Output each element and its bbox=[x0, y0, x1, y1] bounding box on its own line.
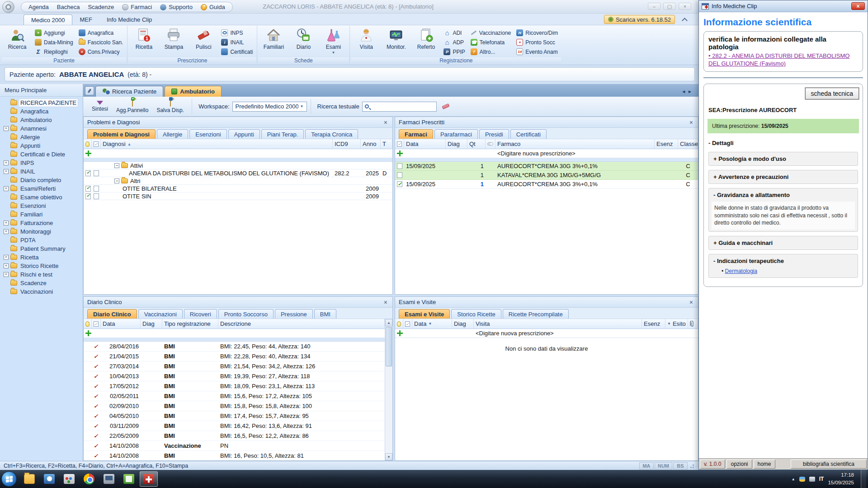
col-esenz[interactable]: Esenz bbox=[642, 319, 665, 328]
workspace-select[interactable]: Predefinito Medico 2000 ▼ bbox=[232, 102, 307, 112]
panel-tab[interactable]: Farmaci bbox=[399, 129, 433, 139]
note-checked-icon[interactable] bbox=[85, 193, 91, 199]
sidebar-item[interactable]: + Familiari bbox=[0, 210, 83, 219]
col-anno[interactable]: Anno bbox=[361, 139, 381, 149]
panel-tab[interactable]: Parafarmaci bbox=[434, 129, 478, 139]
diary-row[interactable]: ✓ 14/10/2008 Vaccinazione PN bbox=[84, 441, 385, 451]
tray-network-icon[interactable] bbox=[809, 477, 815, 482]
expand-icon[interactable]: + bbox=[4, 221, 9, 225]
diagnosis-group-row[interactable]: −Attivi bbox=[84, 162, 392, 169]
inps-button[interactable]: INPS bbox=[220, 29, 254, 37]
new-exam-row[interactable]: <Digitare nuova prescrizione> bbox=[395, 329, 698, 338]
taskbar-medico2000-icon[interactable] bbox=[140, 471, 158, 487]
diary-row[interactable]: ✓ 14/10/2008 BMI BMI: 16, Peso: 10,5, Al… bbox=[84, 451, 385, 461]
tab-ambulatorio[interactable]: Ambulatorio bbox=[165, 86, 222, 97]
panel-tab[interactable]: Allergie bbox=[157, 129, 188, 139]
sidebar-item[interactable]: + Rischi e test bbox=[0, 270, 83, 279]
data-mining-button[interactable]: Data-Mining bbox=[33, 38, 75, 46]
collapse-icon[interactable]: − bbox=[114, 178, 119, 183]
taskbar-chrome-icon[interactable] bbox=[80, 471, 98, 487]
sidebar-item[interactable]: + Patient Summary bbox=[0, 244, 83, 253]
col-descrizione[interactable]: Descrizione bbox=[218, 319, 385, 328]
sidebar-item[interactable]: + Esame obiettivo bbox=[0, 193, 83, 202]
stampa-button[interactable]: Stampa bbox=[160, 27, 187, 57]
add-icon[interactable] bbox=[397, 330, 403, 336]
sidebar-item[interactable]: + RICERCA PAZIENTE bbox=[0, 99, 83, 107]
diagnosis-group-row[interactable]: −Altri bbox=[84, 177, 392, 185]
altro-button[interactable]: ?Altro... bbox=[469, 48, 513, 56]
sidebar-item[interactable]: + Anamnesi bbox=[0, 124, 83, 133]
familiari-button[interactable]: Familiari bbox=[260, 27, 287, 57]
ppip-button[interactable]: PPPIP bbox=[442, 48, 466, 56]
section-indicazioni[interactable]: - Indicazioni terapeutiche • Dermatologi… bbox=[708, 254, 858, 278]
sidebar-item[interactable]: + Storico Ricette bbox=[0, 262, 83, 270]
panel-tab[interactable]: Vaccinazioni bbox=[138, 309, 183, 319]
ribbon-tab[interactable]: Info Mediche Clip bbox=[99, 14, 159, 25]
diagnosis-row[interactable]: OTITE BILATERALE 2009 bbox=[84, 185, 392, 192]
panel-tab[interactable]: Pressione bbox=[275, 309, 313, 319]
checkbox-header-icon[interactable]: ✓ bbox=[397, 141, 402, 147]
col-diag[interactable]: Diag bbox=[446, 139, 467, 149]
dermatologia-link[interactable]: Dermatologia bbox=[725, 268, 757, 274]
telefonata-button[interactable]: ☎Telefonata bbox=[469, 38, 513, 46]
taskbar-explorer-icon[interactable] bbox=[20, 471, 38, 487]
evento-anam-button[interactable]: 14Evento Anam bbox=[515, 48, 559, 56]
agg-pannello-button[interactable]: +Agg.Pannello bbox=[112, 99, 152, 114]
pronto-socc-button[interactable]: +Pronto Socc bbox=[515, 38, 559, 46]
tray-chevron-icon[interactable]: ▲ bbox=[792, 477, 795, 481]
scroll-thumb[interactable] bbox=[386, 327, 392, 366]
diary-row[interactable]: ✓ 02/05/2011 BMI BMI: 15,6, Peso: 17,2, … bbox=[84, 391, 385, 401]
panel-tab[interactable]: Ricoveri bbox=[184, 309, 217, 319]
riepiloghi-button[interactable]: ΣRiepiloghi bbox=[33, 48, 75, 56]
taskbar-clock[interactable]: 17:18 15/09/2025 bbox=[828, 471, 854, 486]
anagrafica-button[interactable]: Anagrafica bbox=[77, 29, 125, 37]
adp-button[interactable]: ⌂ADP bbox=[442, 38, 466, 46]
diagnosis-row[interactable]: ANEMIA DA DISTURBI DEL METABOLISMO DEL G… bbox=[84, 169, 392, 177]
prescription-row[interactable]: ✓ 1 KATAVAL*CREMA 30G 1MG/G+5MG/G C bbox=[395, 171, 698, 180]
esami-button[interactable]: Esami ▼ bbox=[320, 27, 347, 57]
scroll-up-icon[interactable]: ▲ bbox=[385, 319, 392, 326]
certificati-button[interactable]: Certificati bbox=[220, 48, 254, 56]
diagnosis-row[interactable]: OTITE SIN 2009 bbox=[84, 192, 392, 200]
diary-row[interactable]: ✓ 04/05/2010 BMI BMI: 17,4, Peso: 15,7, … bbox=[84, 411, 385, 421]
collapse-ribbon-icon[interactable] bbox=[681, 16, 688, 23]
panel-tab[interactable]: Storico Ricette bbox=[451, 309, 501, 319]
ribbon-tab[interactable]: MEF bbox=[72, 14, 99, 25]
app-logo-icon[interactable] bbox=[2, 1, 14, 13]
expand-icon[interactable]: + bbox=[4, 263, 9, 268]
search-input[interactable] bbox=[362, 102, 437, 112]
vertical-scrollbar[interactable]: ▲ ▼ bbox=[385, 319, 392, 460]
panel-tab[interactable]: Diario Clinico bbox=[87, 309, 137, 319]
referto-button[interactable]: Referto bbox=[412, 27, 439, 57]
col-tipo[interactable]: Tipo registrazione bbox=[162, 319, 218, 328]
panel-tab[interactable]: BMI bbox=[314, 309, 336, 319]
add-icon[interactable] bbox=[85, 150, 91, 156]
col-data[interactable]: Data▼ bbox=[412, 319, 452, 328]
checkbox[interactable] bbox=[94, 193, 99, 199]
panel-tab[interactable]: Presidi bbox=[479, 129, 509, 139]
col-esenz[interactable]: Esenz bbox=[655, 139, 678, 149]
opzioni-button[interactable]: opzioni bbox=[726, 460, 752, 469]
diary-row[interactable]: ✓ 03/11/2009 BMI BMI: 16,42, Peso: 13,6,… bbox=[84, 421, 385, 431]
panel-tab[interactable]: Piani Terap. bbox=[261, 129, 304, 139]
sidebar-item[interactable]: + Fatturazione bbox=[0, 219, 83, 227]
section-posologia[interactable]: + Posologia e modo d'uso bbox=[708, 152, 858, 166]
inail-button[interactable]: iINAIL bbox=[220, 38, 254, 46]
ribbon-tab[interactable]: Medico 2000 bbox=[24, 14, 72, 25]
chevron-down-icon[interactable]: ▼ bbox=[331, 52, 335, 54]
update-version-button[interactable]: Scarica vers. 6.18.52 bbox=[604, 15, 675, 24]
resize-grip[interactable] bbox=[689, 463, 695, 469]
new-diagnosis-row[interactable] bbox=[84, 149, 392, 158]
fascicolo-button[interactable]: Fascicolo San. bbox=[77, 38, 125, 46]
diary-row[interactable]: ✓ 28/04/2016 BMI BMI: 22,45, Peso: 44, A… bbox=[84, 342, 385, 352]
diario-button[interactable]: Diario bbox=[290, 27, 317, 57]
panel-tab[interactable]: Esenzioni bbox=[189, 129, 226, 139]
col-classe[interactable]: Classe bbox=[678, 139, 698, 149]
col-farmaco[interactable]: Farmaco bbox=[495, 139, 655, 149]
col-data[interactable]: Data bbox=[404, 139, 446, 149]
sidebar-item[interactable]: + INPS bbox=[0, 159, 83, 167]
panel-tab[interactable]: Esami e Visite bbox=[399, 309, 450, 319]
show-desktop-button[interactable] bbox=[861, 470, 866, 488]
tab-scroll-arrows[interactable]: ◄► bbox=[681, 89, 694, 94]
checkbox-header-icon[interactable]: ✓ bbox=[94, 141, 99, 147]
